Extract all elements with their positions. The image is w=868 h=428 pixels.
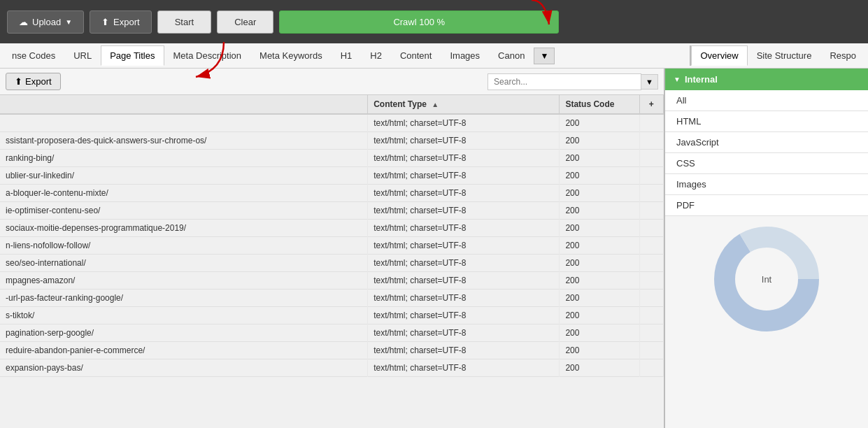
cell-status-code: 200 xyxy=(560,132,639,150)
internal-items-list: AllHTMLJavaScriptCSSImagesPDF xyxy=(665,90,868,216)
tab-more-button[interactable]: ▼ xyxy=(534,48,555,64)
cell-status-code: 200 xyxy=(560,359,639,377)
cell-content-type: text/html; charset=UTF-8 xyxy=(368,307,560,324)
tabs-row: nse Codes URL Page Titles Meta Descripti… xyxy=(0,43,868,69)
cell-content-type: text/html; charset=UTF-8 xyxy=(368,167,560,185)
table-row[interactable]: s-tiktok/ text/html; charset=UTF-8 200 xyxy=(0,307,664,324)
col-header-add[interactable]: + xyxy=(639,95,663,114)
table-row[interactable]: ie-optimiser-contenu-seo/ text/html; cha… xyxy=(0,202,664,220)
cell-content-type: text/html; charset=UTF-8 xyxy=(368,272,560,290)
chart-area: Int xyxy=(665,216,868,342)
table-row[interactable]: ssistant-proposera-des-quick-answers-sur… xyxy=(0,132,664,150)
internal-item[interactable]: PDF xyxy=(665,195,868,216)
search-input[interactable] xyxy=(488,73,641,90)
main-area: ⬆ Export ▼ Content Type ▲ xyxy=(0,69,868,428)
right-tab-site-structure[interactable]: Site Structure xyxy=(748,45,821,66)
data-table: Content Type ▲ Status Code xyxy=(0,95,664,377)
internal-item[interactable]: Images xyxy=(665,174,868,195)
internal-item[interactable]: CSS xyxy=(665,153,868,174)
cell-url: reduire-abandon-panier-e-commerce/ xyxy=(0,342,368,359)
tab-images[interactable]: Images xyxy=(441,45,489,66)
donut-chart: Int xyxy=(711,223,823,335)
tab-meta-keywords[interactable]: Meta Keywords xyxy=(250,45,332,66)
chart-label: Int xyxy=(762,274,772,285)
cell-status-code: 200 xyxy=(560,272,639,290)
tab-meta-description[interactable]: Meta Description xyxy=(164,45,251,66)
export-button[interactable]: ⬆ Export xyxy=(90,10,152,34)
table-row[interactable]: text/html; charset=UTF-8 200 xyxy=(0,114,664,132)
tab-url[interactable]: URL xyxy=(64,45,101,66)
tab-page-titles[interactable]: Page Titles xyxy=(101,45,164,66)
internal-item[interactable]: HTML xyxy=(665,111,868,132)
cell-status-code: 200 xyxy=(560,307,639,324)
cell-content-type: text/html; charset=UTF-8 xyxy=(368,220,560,237)
internal-collapse-icon: ▼ xyxy=(674,76,681,83)
cell-add xyxy=(639,202,663,220)
cell-add xyxy=(639,185,663,202)
search-wrap: ▼ xyxy=(488,73,658,90)
table-row[interactable]: n-liens-nofollow-follow/ text/html; char… xyxy=(0,237,664,255)
upload-button[interactable]: ☁ Upload ▼ xyxy=(7,10,84,34)
table-row[interactable]: ublier-sur-linkedin/ text/html; charset=… xyxy=(0,167,664,185)
table-row[interactable]: a-bloquer-le-contenu-mixte/ text/html; c… xyxy=(0,185,664,202)
tab-h2[interactable]: H2 xyxy=(361,45,391,66)
sub-export-button[interactable]: ⬆ Export xyxy=(6,73,61,90)
export-label: Export xyxy=(113,17,140,27)
cell-status-code: 200 xyxy=(560,342,639,359)
cell-url: a-bloquer-le-contenu-mixte/ xyxy=(0,185,368,202)
cell-content-type: text/html; charset=UTF-8 xyxy=(368,132,560,150)
cell-add xyxy=(639,150,663,167)
col-header-status-code[interactable]: Status Code xyxy=(560,95,639,114)
table-row[interactable]: mpagnes-amazon/ text/html; charset=UTF-8… xyxy=(0,272,664,290)
cell-url: -url-pas-facteur-ranking-google/ xyxy=(0,290,368,307)
cell-status-code: 200 xyxy=(560,185,639,202)
sub-export-icon: ⬆ xyxy=(15,76,22,87)
tab-content[interactable]: Content xyxy=(391,45,441,66)
cell-content-type: text/html; charset=UTF-8 xyxy=(368,342,560,359)
table-row[interactable]: expansion-pays-bas/ text/html; charset=U… xyxy=(0,359,664,377)
tab-response-codes[interactable]: nse Codes xyxy=(3,45,64,66)
cell-content-type: text/html; charset=UTF-8 xyxy=(368,290,560,307)
table-row[interactable]: ranking-bing/ text/html; charset=UTF-8 2… xyxy=(0,150,664,167)
internal-label: Internal xyxy=(685,74,718,85)
cell-url xyxy=(0,114,368,132)
cell-add xyxy=(639,167,663,185)
cell-url: sociaux-moitie-depenses-programmatique-2… xyxy=(0,220,368,237)
right-tab-respo[interactable]: Respo xyxy=(820,45,865,66)
cell-url: pagination-serp-google/ xyxy=(0,324,368,342)
cell-status-code: 200 xyxy=(560,220,639,237)
cell-add xyxy=(639,132,663,150)
cell-content-type: text/html; charset=UTF-8 xyxy=(368,359,560,377)
tab-canon[interactable]: Canon xyxy=(489,45,534,66)
table-row[interactable]: sociaux-moitie-depenses-programmatique-2… xyxy=(0,220,664,237)
export-icon: ⬆ xyxy=(101,17,109,27)
cell-add xyxy=(639,237,663,255)
cell-url: mpagnes-amazon/ xyxy=(0,272,368,290)
cell-content-type: text/html; charset=UTF-8 xyxy=(368,185,560,202)
cell-url: ie-optimiser-contenu-seo/ xyxy=(0,202,368,220)
col-header-content-type[interactable]: Content Type ▲ xyxy=(368,95,560,114)
cell-content-type: text/html; charset=UTF-8 xyxy=(368,255,560,272)
toolbar: ☁ Upload ▼ ⬆ Export Start Clear Crawl 10… xyxy=(0,0,868,43)
cell-url: expansion-pays-bas/ xyxy=(0,359,368,377)
search-dropdown-button[interactable]: ▼ xyxy=(641,74,658,90)
right-tab-overview[interactable]: Overview xyxy=(691,45,747,66)
internal-item[interactable]: JavaScript xyxy=(665,132,868,153)
table-row[interactable]: seo/seo-international/ text/html; charse… xyxy=(0,255,664,272)
cell-content-type: text/html; charset=UTF-8 xyxy=(368,237,560,255)
start-button[interactable]: Start xyxy=(157,10,211,34)
cell-status-code: 200 xyxy=(560,167,639,185)
tab-h1[interactable]: H1 xyxy=(332,45,362,66)
internal-item[interactable]: All xyxy=(665,90,868,111)
cell-add xyxy=(639,255,663,272)
table-row[interactable]: pagination-serp-google/ text/html; chars… xyxy=(0,324,664,342)
cell-url: n-liens-nofollow-follow/ xyxy=(0,237,368,255)
cell-add xyxy=(639,359,663,377)
table-row[interactable]: -url-pas-facteur-ranking-google/ text/ht… xyxy=(0,290,664,307)
table-row[interactable]: reduire-abandon-panier-e-commerce/ text/… xyxy=(0,342,664,359)
internal-section-header[interactable]: ▼ Internal xyxy=(665,69,868,90)
cell-content-type: text/html; charset=UTF-8 xyxy=(368,114,560,132)
cell-url: s-tiktok/ xyxy=(0,307,368,324)
clear-button[interactable]: Clear xyxy=(217,10,273,34)
crawl-button[interactable]: Crawl 100 % xyxy=(279,10,559,34)
